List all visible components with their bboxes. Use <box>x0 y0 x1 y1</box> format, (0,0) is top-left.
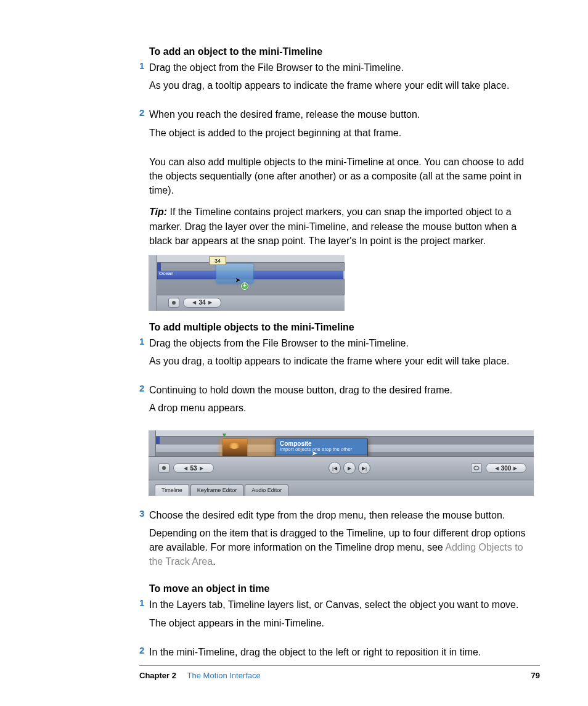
step-subtext: As you drag, a tooltip appears to indica… <box>149 78 509 92</box>
step-text: Drag the objects from the File Browser t… <box>149 336 509 350</box>
stepper-left-icon[interactable]: ◀ <box>190 300 198 305</box>
step-number: 1 <box>139 336 149 376</box>
record-button[interactable] <box>158 463 169 473</box>
go-start-button[interactable]: |◀ <box>329 462 341 474</box>
footer-chapter-label: Chapter 2 <box>139 671 176 680</box>
frame-tooltip: 34 <box>209 257 226 265</box>
svg-point-1 <box>162 466 166 470</box>
frame-counter-right[interactable]: ◀ 300 ▶ <box>486 463 526 473</box>
tip-text: If the Timeline contains project markers… <box>149 207 517 245</box>
stepper-left-icon[interactable]: ◀ <box>181 466 190 471</box>
figure-mini-timeline-drag: Ocean 34 ➤ ◀ 34 ▶ <box>149 255 345 311</box>
page-number: 79 <box>531 671 540 680</box>
tab-timeline[interactable]: Timeline <box>155 484 189 496</box>
page-footer: Chapter 2 The Motion Interface 79 <box>139 665 540 680</box>
step-text: Choose the desired edit type from the dr… <box>149 508 534 522</box>
counter-value: 300 <box>501 465 512 472</box>
play-button[interactable]: ▶ <box>343 462 356 474</box>
drag-highlight <box>216 264 253 284</box>
svg-point-0 <box>172 301 176 305</box>
step-number: 2 <box>139 645 149 659</box>
ruler-strip <box>149 430 534 437</box>
record-button[interactable] <box>168 298 179 308</box>
transport-bar: ◀ 53 ▶ |◀ ▶ ▶| ◀ 300 ▶ <box>149 456 534 480</box>
tip-label: Tip: <box>149 207 167 217</box>
stepper-right-icon[interactable]: ▶ <box>197 466 206 471</box>
heading-move-object: To move an object in time <box>149 583 534 594</box>
step-text: Drag the object from the File Browser to… <box>149 60 509 75</box>
go-end-button[interactable]: ▶| <box>358 462 370 474</box>
step-text: Continuing to hold down the mouse button… <box>149 383 452 397</box>
bottom-tabs: Timeline Keyframe Editor Audio Editor <box>149 480 534 496</box>
period: . <box>213 556 215 567</box>
step-subtext: The object is added to the project begin… <box>149 126 420 140</box>
timeline-gutter <box>149 255 157 311</box>
drop-menu-item-composite[interactable]: Composite Import objects one atop the ot… <box>276 438 367 456</box>
heading-add-object: To add an object to the mini-Timeline <box>149 46 534 57</box>
counter-value: 53 <box>190 465 197 472</box>
heading-add-multiple: To add multiple objects to the mini-Time… <box>149 322 534 333</box>
menu-item-subtitle: Import objects one atop the other <box>280 447 364 453</box>
step-number: 1 <box>139 597 149 637</box>
frame-counter[interactable]: ◀ 34 ▶ <box>183 298 221 308</box>
step-subtext: Depending on the item that is dragged to… <box>149 526 534 569</box>
marker-icon: ▼ <box>221 432 227 438</box>
figure-drop-menu: ▼ Composite Import objects one atop the … <box>149 430 534 496</box>
step-number: 1 <box>139 60 149 100</box>
tab-audio-editor[interactable]: Audio Editor <box>245 484 288 496</box>
step-subtext: The object appears in the mini-Timeline. <box>149 616 518 630</box>
stepper-left-icon[interactable]: ◀ <box>492 466 501 471</box>
tip-paragraph: Tip: If the Timeline contains project ma… <box>149 205 534 248</box>
step-number: 2 <box>139 107 149 147</box>
stepper-right-icon[interactable]: ▶ <box>206 300 214 305</box>
step-text: In the Layers tab, Timeline layers list,… <box>149 597 518 612</box>
stepper-right-icon[interactable]: ▶ <box>511 466 520 471</box>
add-badge-icon <box>241 282 248 290</box>
step-text: In the mini-Timeline, drag the object to… <box>149 645 481 659</box>
step-number: 3 <box>139 508 149 577</box>
transport-row: ◀ 34 ▶ <box>157 295 345 311</box>
tab-keyframe-editor[interactable]: Keyframe Editor <box>190 484 244 496</box>
step-subtext: A drop menu appears. <box>149 401 452 415</box>
ruler-strip <box>157 255 345 263</box>
frame-counter-value: 34 <box>198 299 205 306</box>
frame-counter-left[interactable]: ◀ 53 ▶ <box>173 463 214 473</box>
menu-item-title: Composite <box>280 440 364 447</box>
step-text: When you reach the desired frame, releas… <box>149 107 420 121</box>
paragraph: You can also add multiple objects to the… <box>149 155 534 198</box>
step-number: 2 <box>139 383 149 422</box>
loop-button[interactable] <box>471 463 482 473</box>
step-subtext: As you drag, a tooltip appears to indica… <box>149 354 509 368</box>
footer-chapter-title: The Motion Interface <box>187 671 261 680</box>
